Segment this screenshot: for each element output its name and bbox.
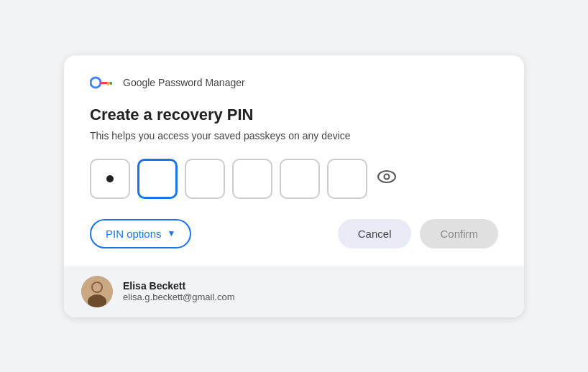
user-email: elisa.g.beckett@gmail.com <box>123 292 235 302</box>
pin-options-button[interactable]: PIN options ▼ <box>90 219 191 248</box>
pin-box-1[interactable] <box>90 159 130 199</box>
user-footer: Elisa Beckett elisa.g.beckett@gmail.com <box>64 266 524 317</box>
confirm-cancel-group: Cancel Confirm <box>338 219 498 248</box>
user-avatar <box>81 276 113 307</box>
page-subtitle: This helps you access your saved passkey… <box>90 130 498 141</box>
pin-box-2[interactable] <box>137 159 178 199</box>
svg-point-5 <box>378 171 395 182</box>
dialog-header: Google Password Manager <box>90 75 498 90</box>
svg-point-1 <box>93 80 98 85</box>
pin-options-label: PIN options <box>106 228 162 240</box>
confirm-button[interactable]: Confirm <box>420 219 498 248</box>
pin-dot-1 <box>106 175 114 182</box>
pin-box-6[interactable] <box>327 159 367 199</box>
app-logo <box>90 75 116 90</box>
svg-point-10 <box>93 283 101 292</box>
svg-point-6 <box>385 174 390 179</box>
actions-row: PIN options ▼ Cancel Confirm <box>90 219 498 248</box>
google-key-icon <box>90 75 116 90</box>
recovery-pin-dialog: Google Password Manager Create a recover… <box>64 55 524 317</box>
app-name-label: Google Password Manager <box>123 77 245 88</box>
visibility-toggle-icon[interactable] <box>377 169 396 188</box>
user-info: Elisa Beckett elisa.g.beckett@gmail.com <box>123 280 235 302</box>
pin-box-5[interactable] <box>280 159 320 199</box>
chevron-down-icon: ▼ <box>167 228 176 238</box>
pin-box-4[interactable] <box>232 159 272 199</box>
user-name: Elisa Beckett <box>123 280 235 292</box>
pin-box-3[interactable] <box>185 159 225 199</box>
pin-input-row <box>90 159 498 199</box>
svg-rect-3 <box>107 82 109 85</box>
cancel-button[interactable]: Cancel <box>338 219 412 248</box>
svg-rect-4 <box>110 82 112 85</box>
page-title: Create a recovery PIN <box>90 106 498 124</box>
